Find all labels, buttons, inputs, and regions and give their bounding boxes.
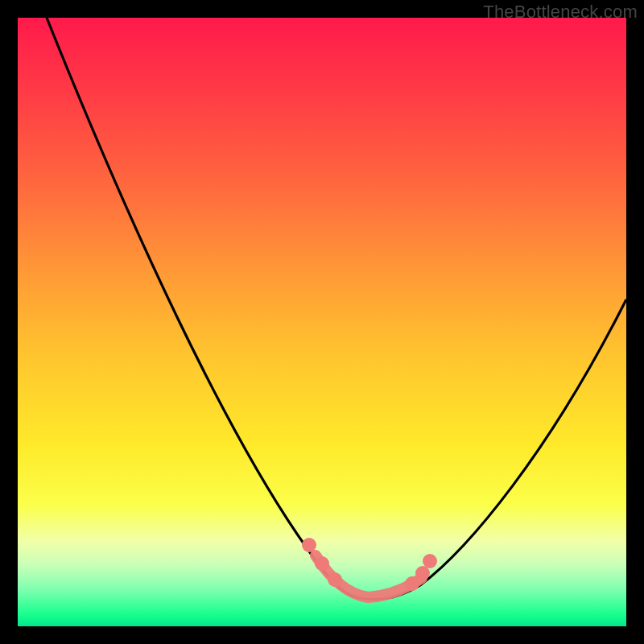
- svg-point-2: [328, 572, 342, 587]
- svg-point-1: [315, 556, 329, 571]
- svg-point-4: [415, 566, 430, 580]
- curve-path: [47, 18, 626, 599]
- chart-frame: TheBottleneck.com: [0, 0, 644, 644]
- svg-point-0: [302, 538, 316, 552]
- watermark-text: TheBottleneck.com: [483, 2, 638, 23]
- svg-point-5: [423, 554, 437, 568]
- highlight-markers: [302, 538, 437, 591]
- bottleneck-curve: [18, 18, 626, 626]
- svg-point-3: [405, 576, 419, 591]
- plot-area: [18, 18, 626, 626]
